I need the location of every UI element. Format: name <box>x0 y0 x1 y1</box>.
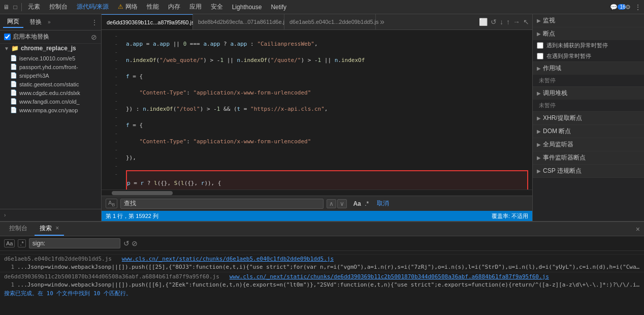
search-down-button[interactable]: ∨ <box>337 199 347 208</box>
item-text: www.fangdi.com.cn/old_ <box>19 99 80 105</box>
console-result-row: 1 ...Jsonp=window.webpackJsonp||[]).push… <box>0 281 644 289</box>
callstack-header[interactable]: ▶ 调用堆栈 <box>533 87 644 100</box>
sidebar-tab-webpage[interactable]: 网页 <box>3 16 23 28</box>
scrollbar-thumb[interactable] <box>112 191 173 195</box>
dom-header[interactable]: ▶ DOM 断点 <box>533 125 644 138</box>
menu-network[interactable]: ⚠ 网络 <box>114 2 141 12</box>
tab-overflow-icon[interactable]: » <box>376 15 389 28</box>
code-scroll[interactable]: ----- ----- ----- --- a.app = a.app || 0… <box>102 30 532 190</box>
console-refresh-icon[interactable]: ↺ <box>123 239 130 247</box>
cursor-position[interactable]: 第 1 行，第 15922 列 <box>106 212 158 220</box>
devices-icon[interactable]: 🖥 <box>2 3 10 11</box>
console-result-row: 1 ...Jsonp=window.webpackJsonp||[]).push… <box>0 263 644 271</box>
scope-title: 作用域 <box>543 64 561 73</box>
callstack-title: 调用堆栈 <box>543 89 567 98</box>
center-panel: de6dd390369b11c...a87f9a95f60.js × bde8b… <box>102 14 532 221</box>
sidebar-section-actions[interactable]: ⊘ <box>91 33 97 41</box>
pause-caught-label: 在遇到异常时暂停 <box>546 52 591 60</box>
bottom-tab-console[interactable]: 控制台 <box>4 222 33 236</box>
list-item[interactable]: 📄 iservice.10010.com/e5 <box>0 54 101 62</box>
global-listeners-header[interactable]: ▶ 全局监听器 <box>533 138 644 151</box>
event-arrow-icon: ▶ <box>537 155 541 161</box>
menu-sources[interactable]: 源代码/来源 <box>73 2 113 12</box>
menu-lighthouse[interactable]: Lighthouse <box>228 3 266 12</box>
menu-console[interactable]: 控制台 <box>45 2 72 12</box>
breakpoints-header[interactable]: ▶ 断点 <box>533 27 644 40</box>
menu-performance[interactable]: 性能 <box>143 2 163 12</box>
console-output[interactable]: d6e1aeb5.e040c1fdb2dde09b1dd5.js www.cls… <box>0 251 644 315</box>
right-panel: ▶ 监视 ▶ 断点 遇到未捕获的异常时暂停 在遇到异常时暂停 ▶ 作用域 <box>532 14 644 221</box>
file-link[interactable]: www.cls.cn/_next/static/chunks/de6dd3903… <box>230 273 549 280</box>
split-editor-icon[interactable]: ⬜ <box>479 18 488 26</box>
xhr-arrow-icon: ▶ <box>537 115 541 121</box>
tab-0[interactable]: de6dd390369b11c...a87f9a95f60.js × <box>102 14 193 29</box>
file-link[interactable]: www.cls.cn/_next/static/chunks/d6e1aeb5.… <box>122 256 334 262</box>
search-format-icon[interactable]: AB <box>106 199 117 208</box>
search-cancel-button[interactable]: 取消 <box>377 199 389 208</box>
menu-netify[interactable]: Netify <box>267 3 291 12</box>
watch-header[interactable]: ▶ 监视 <box>533 14 644 27</box>
event-listeners-header[interactable]: ▶ 事件监听器断点 <box>533 151 644 164</box>
search-input[interactable] <box>124 200 320 207</box>
arrow-right-icon[interactable]: → <box>513 18 520 26</box>
list-item[interactable]: 📄 snippet%3A <box>0 71 101 80</box>
tab-1[interactable]: bde8b4d2b69ecfa...071a8611d6e.js <box>193 14 284 29</box>
close-panel-icon[interactable]: × <box>636 225 640 233</box>
chat-icon[interactable]: 💬 16 <box>614 3 622 11</box>
search-navigation: ∧ ∨ <box>327 199 347 208</box>
xhr-header[interactable]: ▶ XHR/提取断点 <box>533 112 644 124</box>
list-item[interactable]: 📄 static.geetest.com/static <box>0 80 101 88</box>
menu-elements[interactable]: 元素 <box>24 2 44 12</box>
menu-security[interactable]: 安全 <box>207 2 227 12</box>
tab-2[interactable]: d6e1aeb5.e040c1...2dde09b1dd5.js <box>284 14 376 29</box>
csp-header[interactable]: ▶ CSP 违规断点 <box>533 165 644 177</box>
horizontal-scrollbar[interactable] <box>102 190 532 196</box>
event-listeners-title: 事件监听器断点 <box>543 153 586 162</box>
menu-memory[interactable]: 内存 <box>164 2 184 12</box>
list-item[interactable]: 📄 www.nmpa.gov.cn/yaop <box>0 106 101 114</box>
bottom-tab-close-icon[interactable]: × <box>55 225 59 232</box>
console-clear-icon[interactable]: ⊘ <box>132 239 138 247</box>
line-numbers: ----- ----- ----- --- <box>102 30 122 190</box>
result-text: ...Jsonp=window.webpackJsonp||[]).push([… <box>17 264 640 270</box>
list-item[interactable]: 📄 passport.yhd.com/front- <box>0 62 101 71</box>
sidebar-chevron[interactable]: » <box>48 19 51 25</box>
pause-caught-checkbox[interactable] <box>537 53 543 59</box>
console-search-input[interactable] <box>29 238 120 248</box>
more-icon[interactable]: ⋮ <box>91 18 98 26</box>
sidebar-bottom[interactable]: › <box>0 209 101 221</box>
up-icon[interactable]: ↑ <box>506 18 510 26</box>
match-case-button[interactable]: Aa <box>352 200 362 207</box>
gear-icon[interactable]: ⚙ <box>624 3 632 11</box>
menu-application[interactable]: 应用 <box>185 2 206 12</box>
csp-section: ▶ CSP 违规断点 <box>533 165 644 178</box>
breakpoints-section: ▶ 断点 遇到未捕获的异常时暂停 在遇到异常时暂停 <box>533 27 644 62</box>
item-text: passport.yhd.com/front- <box>19 64 78 70</box>
file-name: de6dd390369b11c2b5001870b344d06508a36abf… <box>4 273 219 280</box>
list-item[interactable]: 📄 www.fangdi.com.cn/old_ <box>0 97 101 106</box>
console-search-icons: ↺ ⊘ <box>123 239 138 247</box>
console-status: 搜索已完成。在 10 个文件中找到 10 个匹配行。 <box>0 289 644 298</box>
regex-button[interactable]: .* <box>364 200 370 207</box>
more-vert-icon[interactable]: ⋮ <box>634 3 642 11</box>
sidebar-tab-replace[interactable]: 替换 <box>25 17 46 27</box>
search-up-button[interactable]: ∧ <box>327 199 336 208</box>
console-file-header: d6e1aeb5.e040c1fdb2dde09b1dd5.js www.cls… <box>0 254 644 263</box>
search-format-icon-2[interactable]: Aa <box>4 239 15 247</box>
bottom-tab-search[interactable]: 搜索 × <box>35 222 64 236</box>
refresh-icon[interactable]: ↺ <box>491 18 497 26</box>
scope-header[interactable]: ▶ 作用域 <box>533 62 644 75</box>
enable-local-replace-checkbox[interactable] <box>4 34 11 40</box>
inspect-icon[interactable]: □ <box>11 3 19 11</box>
global-listeners-title: 全局监听器 <box>543 140 573 149</box>
sidebar-section-chrome-replace[interactable]: ▼ 📁 chrome_replace_js <box>0 44 101 53</box>
bottom-panel: 控制台 搜索 × × Aa .* ↺ ⊘ d6e1aeb5.e040c1fdb2… <box>0 221 644 315</box>
list-item[interactable]: 📄 www.cdgdc.edu.cn/dslxk <box>0 88 101 97</box>
format-icon[interactable]: ↓ <box>500 18 503 26</box>
pause-uncaught-checkbox[interactable] <box>537 42 543 49</box>
file-icon: 📄 <box>10 107 17 113</box>
cursor-icon[interactable]: ↖ <box>523 18 529 26</box>
pause-on-caught-row: 在遇到异常时暂停 <box>533 51 644 61</box>
bottom-tab-search-label: 搜索 <box>40 225 52 232</box>
search-regex-icon[interactable]: .* <box>18 239 25 247</box>
